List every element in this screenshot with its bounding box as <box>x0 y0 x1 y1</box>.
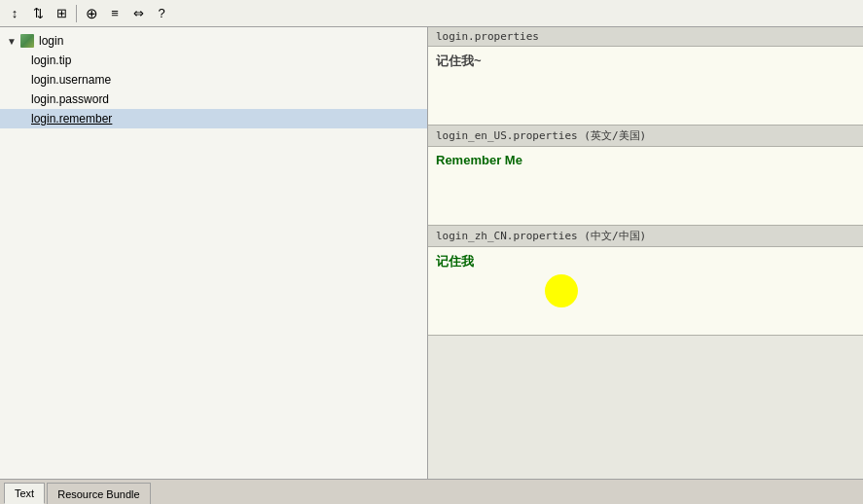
help-icon: ? <box>158 6 164 20</box>
tree-item-remember[interactable]: login.remember <box>0 109 427 128</box>
property-header-main: login.properties <box>428 27 863 47</box>
property-section-zh-cn: login_zh_CN.properties (中文/中国) 记住我 <box>428 226 863 336</box>
bottom-tabs: Text Resource Bundle <box>0 479 863 504</box>
tab-resource-bundle-label: Resource Bundle <box>57 488 139 500</box>
sort-alpha-button[interactable]: ↕ <box>4 3 25 24</box>
right-panel: login.properties 记住我~ login_en_US.proper… <box>428 27 863 479</box>
property-header-zh-cn: login_zh_CN.properties (中文/中国) <box>428 226 863 247</box>
tree-container: ▼ login login.tip login.username login.p… <box>0 27 427 479</box>
align-button[interactable]: ≡ <box>104 3 126 24</box>
property-section-en-us: login_en_US.properties (英文/美国) Remember … <box>428 126 863 226</box>
property-value-en-us: Remember Me <box>436 153 855 167</box>
left-panel: ▼ login login.tip login.username login.p… <box>0 27 428 479</box>
add-button[interactable]: ⊕ <box>81 3 102 24</box>
split-button[interactable]: ⇔ <box>127 3 149 24</box>
property-header-en-us: login_en_US.properties (英文/美国) <box>428 126 863 147</box>
align-icon: ≡ <box>111 6 119 20</box>
property-body-zh-cn[interactable]: 记住我 <box>428 247 863 335</box>
tree-root-label: login <box>39 34 63 48</box>
sort-alpha-icon: ↕ <box>12 6 18 20</box>
tree-item-username-label: login.username <box>31 73 111 87</box>
help-button[interactable]: ? <box>151 3 172 24</box>
property-value-zh-cn: 记住我 <box>436 253 855 270</box>
tree-item-tip[interactable]: login.tip <box>0 51 427 70</box>
property-section-main: login.properties 记住我~ <box>428 27 863 126</box>
tree-item-password[interactable]: login.password <box>0 90 427 109</box>
property-value-main: 记住我~ <box>436 53 855 70</box>
toolbar: ↕ ⇅ ⊞ ⊕ ≡ ⇔ ? <box>0 0 863 27</box>
tree-toggle-icon: ▼ <box>4 33 19 49</box>
sort-asc-icon: ⇅ <box>33 6 44 20</box>
tree-item-password-label: login.password <box>31 92 109 106</box>
property-body-main[interactable]: 记住我~ <box>428 47 863 125</box>
tab-resource-bundle[interactable]: Resource Bundle <box>47 483 150 504</box>
tree-item-tip-label: login.tip <box>31 54 71 67</box>
table-icon: ⊞ <box>56 6 67 20</box>
right-bottom-area <box>428 336 863 479</box>
tree-root[interactable]: ▼ login <box>0 31 427 51</box>
table-view-button[interactable]: ⊞ <box>51 3 72 24</box>
split-icon: ⇔ <box>133 6 144 20</box>
resource-bundle-icon <box>19 33 35 49</box>
tree-item-username[interactable]: login.username <box>0 70 427 90</box>
tab-text[interactable]: Text <box>4 483 45 504</box>
tree-item-remember-label: login.remember <box>31 112 112 126</box>
cursor-indicator <box>545 274 578 307</box>
add-icon: ⊕ <box>86 5 98 22</box>
property-body-en-us[interactable]: Remember Me <box>428 147 863 225</box>
main-content: ▼ login login.tip login.username login.p… <box>0 27 863 479</box>
sort-asc-button[interactable]: ⇅ <box>27 3 49 24</box>
separator-1 <box>76 5 77 22</box>
tab-text-label: Text <box>15 487 34 499</box>
